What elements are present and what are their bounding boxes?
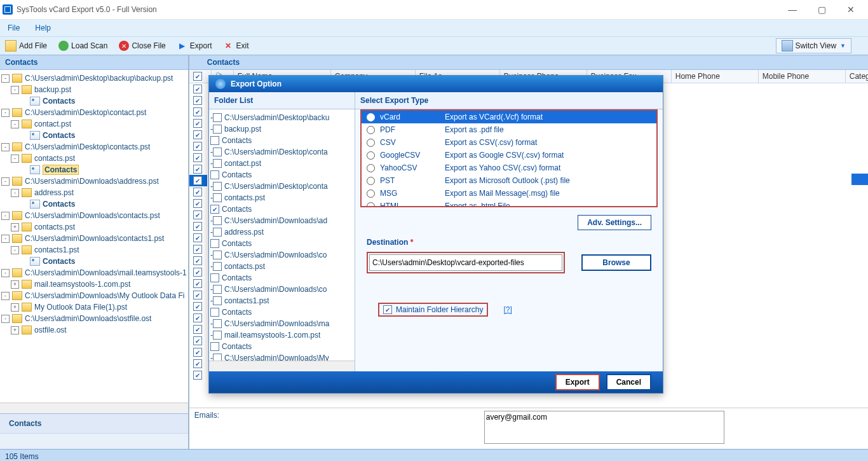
folder-tree-node[interactable]: - C:\Users\admin\Desktop\conta <box>210 181 353 192</box>
dialog-cancel-button[interactable]: Cancel <box>606 374 651 390</box>
folder-tree-node[interactable]: - C:\Users\admin\Downloads\co <box>210 284 353 295</box>
row-checkbox-cell[interactable] <box>189 83 207 95</box>
tree-node[interactable]: -contacts1.pst <box>1 244 187 256</box>
row-checkbox-cell[interactable] <box>189 324 207 335</box>
row-checkbox[interactable] <box>193 85 202 93</box>
tree-node[interactable]: Contacts <box>1 198 187 210</box>
row-checkbox[interactable] <box>193 222 202 231</box>
tree-node[interactable]: +mail.teamsystools-1.com.pst <box>1 279 187 290</box>
row-checkbox-cell[interactable] <box>189 358 207 369</box>
folder-tree-node[interactable]: - backup.pst <box>210 123 353 135</box>
row-checkbox-cell[interactable] <box>189 163 207 175</box>
tree-node[interactable]: -contacts.pst <box>1 153 187 164</box>
row-checkbox[interactable] <box>193 153 202 162</box>
menu-file[interactable]: File <box>8 24 20 32</box>
folder-tree-node[interactable]: Contacts <box>210 238 353 249</box>
nav-horizontal-scrollbar[interactable] <box>0 403 188 413</box>
row-checkbox[interactable] <box>193 119 202 128</box>
row-checkbox-cell[interactable] <box>189 106 207 118</box>
tree-node[interactable]: -address.pst <box>1 187 187 198</box>
maximize-button[interactable]: ▢ <box>807 0 836 19</box>
row-checkbox[interactable] <box>193 371 202 380</box>
row-checkbox-cell[interactable] <box>189 244 207 255</box>
folder-tree-scrollbar[interactable] <box>209 361 355 371</box>
folder-checkbox[interactable] <box>213 331 222 340</box>
export-type-option[interactable]: vCardExport as VCard(.Vcf) format <box>362 111 656 123</box>
tree-node[interactable]: Contacts <box>1 95 187 107</box>
folder-tree-node[interactable]: - C:\Users\admin\Desktop\conta <box>210 146 353 158</box>
folder-checkbox[interactable] <box>210 308 219 317</box>
tree-toggle-icon[interactable]: - <box>11 155 19 163</box>
tree-toggle-icon[interactable]: - <box>1 143 10 151</box>
tree-node[interactable]: +contacts.pst <box>1 221 187 233</box>
tree-node[interactable]: -C:\Users\admin\Desktop\contacts.pst <box>1 141 187 153</box>
row-checkbox[interactable] <box>193 348 202 357</box>
folder-checkbox[interactable] <box>213 182 222 191</box>
add-file-button[interactable]: Add File <box>5 40 47 52</box>
minimize-button[interactable]: — <box>778 0 807 19</box>
dialog-export-button[interactable]: Export <box>555 374 600 390</box>
row-checkbox[interactable] <box>193 210 202 219</box>
tree-node[interactable]: Contacts <box>1 256 187 267</box>
row-checkbox[interactable] <box>193 268 202 277</box>
folder-tree-node[interactable]: - C:\Users\admin\Downloads\co <box>210 249 353 261</box>
folder-tree-node[interactable]: - C:\Users\admin\Downloads\ad <box>210 215 353 226</box>
tree-toggle-icon[interactable]: - <box>1 235 10 243</box>
close-file-button[interactable]: ✕Close File <box>119 41 165 51</box>
tree-toggle-icon[interactable]: - <box>11 120 19 128</box>
row-checkbox[interactable] <box>193 279 202 288</box>
adv-settings-button[interactable]: Adv. Settings... <box>578 215 651 230</box>
close-button[interactable]: ✕ <box>836 0 865 19</box>
row-checkbox-cell[interactable] <box>189 209 207 221</box>
folder-tree-node[interactable]: - address.pst <box>210 226 353 238</box>
source-file-tree[interactable]: -C:\Users\admin\Desktop\backup\backup.ps… <box>0 70 188 403</box>
select-all-checkbox[interactable] <box>193 72 202 81</box>
folder-checkbox[interactable] <box>213 251 222 259</box>
row-checkbox-cell[interactable] <box>189 221 207 232</box>
destination-input[interactable] <box>369 254 562 271</box>
row-checkbox-cell[interactable] <box>189 232 207 244</box>
export-type-list[interactable]: vCardExport as VCard(.Vcf) formatPDFExpo… <box>360 109 658 207</box>
export-type-option[interactable]: PDFExport as .pdf file <box>362 123 656 136</box>
tree-node[interactable]: Contacts <box>1 130 187 141</box>
export-button[interactable]: ▶Export <box>177 41 212 51</box>
row-checkbox-cell[interactable] <box>189 129 207 141</box>
row-checkbox-cell[interactable] <box>189 335 207 347</box>
tree-node[interactable]: -C:\Users\admin\Desktop\backup\backup.ps… <box>1 72 187 84</box>
row-checkbox-cell[interactable] <box>189 198 207 209</box>
row-checkbox-cell[interactable] <box>189 266 207 278</box>
row-checkbox[interactable] <box>193 302 202 311</box>
folder-tree-node[interactable]: - contact.pst <box>210 158 353 169</box>
folder-checkbox[interactable] <box>210 205 219 214</box>
tree-node[interactable]: -C:\Users\admin\Downloads\contacts1.pst <box>1 233 187 244</box>
tree-toggle-icon[interactable]: - <box>1 315 10 323</box>
folder-checkbox[interactable] <box>210 342 219 351</box>
maintain-hierarchy-option[interactable]: Maintain Folder Hierarchy <box>378 303 488 317</box>
row-checkbox[interactable] <box>193 130 202 139</box>
switch-view-button[interactable]: Switch View▼ <box>776 38 851 53</box>
row-checkbox-cell[interactable] <box>189 118 207 129</box>
tree-node[interactable]: -C:\Users\admin\Downloads\My Outlook Dat… <box>1 290 187 301</box>
tree-node[interactable]: -C:\Users\admin\Downloads\contacts.pst <box>1 210 187 221</box>
folder-tree-node[interactable]: - contacts1.pst <box>210 295 353 306</box>
folder-checkbox[interactable] <box>213 159 222 168</box>
folder-tree-node[interactable]: - mail.teamsystools-1.com.pst <box>210 329 353 341</box>
folder-checkbox[interactable] <box>213 285 222 294</box>
tree-toggle-icon[interactable]: - <box>1 177 10 186</box>
folder-tree-node[interactable]: Contacts <box>210 135 353 146</box>
tree-toggle-icon[interactable]: + <box>11 280 19 289</box>
column-header[interactable]: Home Phone <box>672 70 759 83</box>
export-type-option[interactable]: CSVExport as CSV(.csv) format <box>362 136 656 149</box>
folder-checkbox[interactable] <box>210 273 219 282</box>
dialog-titlebar[interactable]: Export Option <box>209 76 663 92</box>
menu-help[interactable]: Help <box>35 24 51 32</box>
row-checkbox[interactable] <box>193 165 202 174</box>
load-scan-button[interactable]: Load Scan <box>58 41 107 51</box>
export-type-option[interactable]: MSGExport as Mail Message(.msg) file <box>362 187 656 200</box>
export-type-option[interactable]: PSTExport as Microsoft Outlook (.pst) fi… <box>362 174 656 187</box>
folder-tree-node[interactable]: - contacts.pst <box>210 261 353 272</box>
tree-toggle-icon[interactable]: - <box>1 212 10 220</box>
folder-checkbox[interactable] <box>213 125 222 134</box>
folder-checkbox[interactable] <box>213 296 222 305</box>
tree-node[interactable]: -backup.pst <box>1 84 187 95</box>
